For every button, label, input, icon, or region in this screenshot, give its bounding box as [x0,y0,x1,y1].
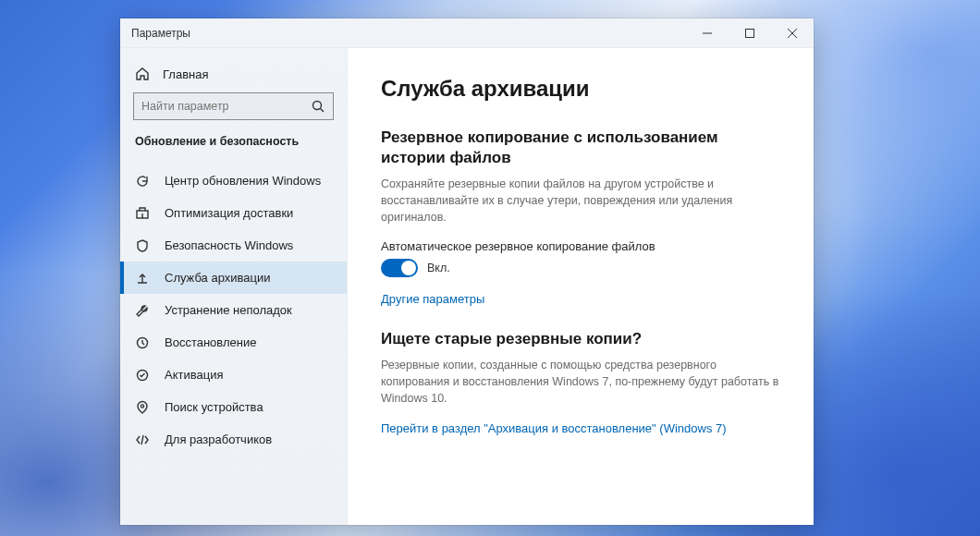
toggle-state: Вкл. [427,262,450,274]
sidebar-item-label: Служба архивации [165,271,271,285]
developers-icon [135,432,150,447]
toggle-label: Автоматическое резервное копирование фай… [381,239,780,253]
close-button[interactable] [771,18,814,47]
window-controls [686,18,814,47]
sidebar-item-label: Центр обновления Windows [165,174,321,188]
location-icon [135,400,150,415]
home-button[interactable]: Главная [120,61,347,92]
sidebar-item-for-developers[interactable]: Для разработчиков [120,423,347,456]
recovery-icon [135,335,150,350]
activation-icon [135,368,150,383]
search-icon [311,99,325,114]
svg-point-5 [141,404,143,407]
sidebar-item-label: Активация [165,368,223,382]
sidebar-item-recovery[interactable]: Восстановление [120,326,347,359]
search-wrap [120,92,347,133]
search-input[interactable] [141,100,305,113]
minimize-button[interactable] [686,18,729,47]
shield-icon [135,238,150,253]
sidebar-item-backup[interactable]: Служба архивации [120,262,347,294]
section-old-backups: Ищете старые резервные копии? Резервные … [381,329,780,436]
sidebar-item-windows-update[interactable]: Центр обновления Windows [120,164,347,197]
backup-restore-win7-link[interactable]: Перейти в раздел "Архивация и восстановл… [381,421,727,435]
svg-point-1 [313,102,322,110]
svg-rect-0 [746,29,754,37]
category-label: Обновление и безопасность [120,133,347,164]
sidebar-item-troubleshoot[interactable]: Устранение неполадок [120,294,347,326]
main-content: Служба архивации Резервное копирование с… [348,48,814,525]
sidebar-item-label: Безопасность Windows [165,238,293,252]
sidebar-item-find-device[interactable]: Поиск устройства [120,391,347,423]
toggle-knob [401,261,416,275]
settings-window: Параметры Главная [120,18,814,525]
sidebar-item-label: Оптимизация доставки [165,206,293,220]
sidebar-item-label: Для разработчиков [165,432,272,446]
sidebar-item-label: Восстановление [165,335,256,349]
sidebar: Главная Обновление и безопасность Центр … [120,48,348,525]
section-desc: Резервные копии, созданные с помощью сре… [381,357,780,407]
section-title: Ищете старые резервные копии? [381,329,780,349]
sidebar-item-label: Устранение неполадок [165,303,292,317]
backup-icon [135,271,150,286]
sidebar-item-label: Поиск устройства [165,400,263,414]
section-desc: Сохраняйте резервные копии файлов на дру… [381,176,780,225]
home-label: Главная [163,67,208,81]
sync-icon [135,174,150,189]
window-title: Параметры [120,27,190,40]
toggle-row: Вкл. [381,259,780,277]
sidebar-item-activation[interactable]: Активация [120,359,347,391]
wrench-icon [135,303,150,318]
home-icon [135,67,150,81]
sidebar-item-security[interactable]: Безопасность Windows [120,229,347,262]
page-title: Служба архивации [381,76,780,102]
auto-backup-toggle[interactable] [381,259,418,277]
more-options-link[interactable]: Другие параметры [381,292,484,306]
section-title: Резервное копирование с использованием и… [381,128,780,168]
section-file-history: Резервное копирование с использованием и… [381,128,780,307]
search-box[interactable] [133,92,334,120]
body-area: Главная Обновление и безопасность Центр … [120,48,814,525]
titlebar: Параметры [120,18,814,48]
nav-list: Центр обновления Windows Оптимизация дос… [120,164,347,456]
delivery-icon [135,206,150,221]
maximize-button[interactable] [729,18,771,47]
sidebar-item-delivery-optimization[interactable]: Оптимизация доставки [120,197,347,229]
